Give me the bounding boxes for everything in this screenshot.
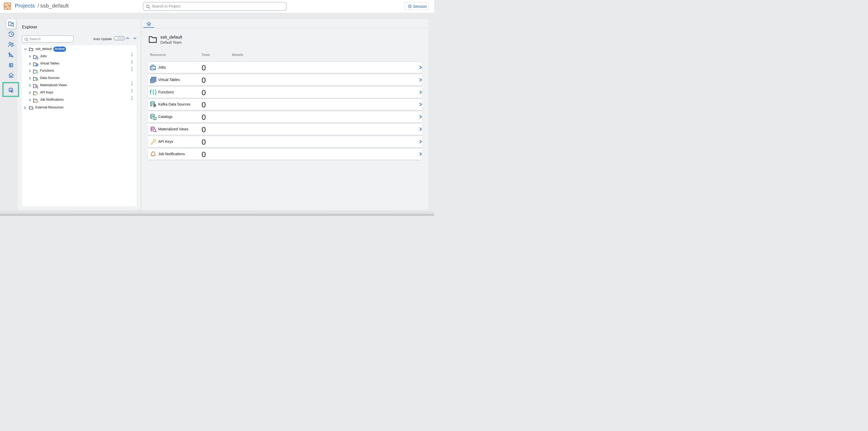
- svg-text:f(): f(): [35, 71, 38, 74]
- svg-text:f: f: [150, 90, 152, 96]
